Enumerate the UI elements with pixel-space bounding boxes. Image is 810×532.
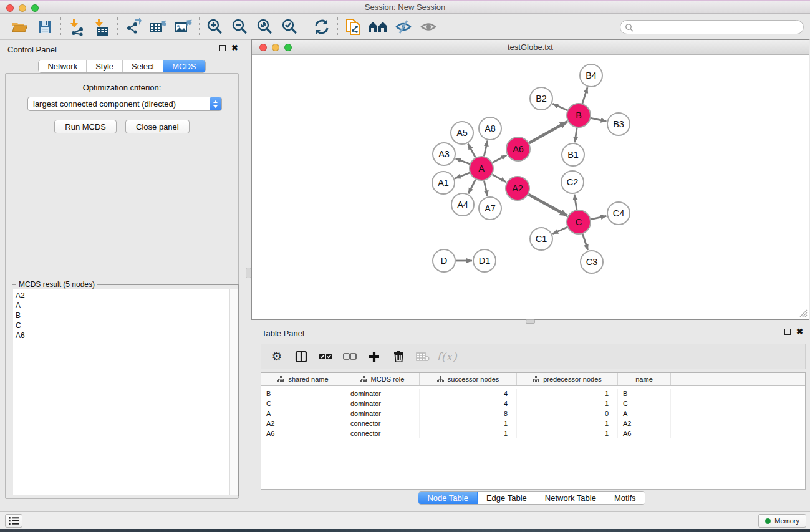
column-header-shared-name[interactable]: shared name xyxy=(261,373,345,385)
table-row[interactable]: Bdominator41B xyxy=(261,389,805,399)
scrollbar[interactable] xyxy=(229,289,238,495)
table-row[interactable]: Adominator80A xyxy=(261,409,805,418)
graph-node-A[interactable]: A xyxy=(470,157,493,180)
memory-button[interactable]: Memory xyxy=(758,514,806,528)
delete-table-button[interactable] xyxy=(413,347,432,366)
graph-edge-C-C3[interactable] xyxy=(582,234,588,250)
graph-edge-A-A7[interactable] xyxy=(484,181,487,196)
network-minimize-button[interactable] xyxy=(272,44,279,51)
column-header-predecessor-nodes[interactable]: predecessor nodes xyxy=(517,373,618,385)
tab-network-table[interactable]: Network Table xyxy=(536,492,605,504)
graph-node-A5[interactable]: A5 xyxy=(451,122,473,144)
graph-node-B[interactable]: B xyxy=(567,104,591,127)
graph-edge-A-A2[interactable] xyxy=(493,175,506,182)
zoom-selected-button[interactable] xyxy=(279,17,301,37)
tab-node-table[interactable]: Node Table xyxy=(418,492,478,504)
column-header-name[interactable]: name xyxy=(618,373,671,385)
graph-node-C3[interactable]: C3 xyxy=(581,251,603,273)
graph-node-C4[interactable]: C4 xyxy=(607,202,630,225)
close-panel-icon[interactable]: ✖ xyxy=(796,329,803,335)
graph-node-A2[interactable]: A2 xyxy=(506,177,529,200)
table-cell[interactable]: A2 xyxy=(261,418,345,428)
close-panel-button[interactable]: Close panel xyxy=(125,120,190,133)
mcds-result-item[interactable]: A6 xyxy=(16,331,227,341)
table-row[interactable]: A6connector11A6 xyxy=(261,428,805,438)
add-column-button[interactable] xyxy=(365,347,383,366)
table-cell[interactable]: 8 xyxy=(420,409,517,418)
graph-edge-C-C1[interactable] xyxy=(552,227,567,234)
graph-edge-B-B4[interactable] xyxy=(582,87,587,104)
export-network-button[interactable] xyxy=(123,17,144,37)
graph-node-C[interactable]: C xyxy=(567,210,591,234)
tab-select[interactable]: Select xyxy=(123,60,163,72)
vertical-split-grip[interactable] xyxy=(246,268,251,278)
table-cell[interactable]: A xyxy=(261,409,345,418)
graph-edge-B-B3[interactable] xyxy=(591,118,607,121)
graph-edge-A-A4[interactable] xyxy=(468,180,476,193)
select-all-button[interactable] xyxy=(316,347,335,366)
network-canvas[interactable]: B4B2BB3A8A5A6A3B1AC2A1A2A4A7C4CC1DD1C3 xyxy=(252,55,809,319)
graph-node-B3[interactable]: B3 xyxy=(607,113,630,135)
float-panel-icon[interactable] xyxy=(784,329,791,335)
graph-edge-B-B2[interactable] xyxy=(552,104,567,110)
export-table-button[interactable] xyxy=(148,17,169,37)
table-cell[interactable]: connector xyxy=(345,418,420,428)
open-session-button[interactable] xyxy=(9,17,31,37)
graph-edge-C-C2[interactable] xyxy=(574,195,577,210)
graph-edge-C-C4[interactable] xyxy=(591,216,607,219)
resize-grip-icon[interactable] xyxy=(799,309,808,317)
table-cell[interactable]: 1 xyxy=(517,389,618,399)
tab-style[interactable]: Style xyxy=(87,60,123,72)
graph-node-A7[interactable]: A7 xyxy=(479,197,501,220)
show-graphics-details-button[interactable] xyxy=(418,17,439,37)
table-cell[interactable]: A6 xyxy=(261,428,345,438)
mcds-result-item[interactable]: A2 xyxy=(16,291,227,301)
search-input[interactable] xyxy=(636,21,803,34)
table-cell[interactable]: 1 xyxy=(517,418,618,428)
refresh-button[interactable] xyxy=(311,17,332,37)
import-table-button[interactable] xyxy=(91,17,112,37)
table-cell[interactable]: A6 xyxy=(618,428,671,438)
table-cell[interactable]: C xyxy=(261,399,345,409)
table-cell[interactable]: C xyxy=(618,399,671,409)
graph-node-A1[interactable]: A1 xyxy=(432,172,455,194)
criterion-dropdown[interactable]: largest connected component (directed) xyxy=(27,97,222,111)
zoom-button[interactable] xyxy=(31,4,39,12)
table-cell[interactable]: 1 xyxy=(420,418,517,428)
graph-edge-A-A5[interactable] xyxy=(468,144,476,158)
table-cell[interactable]: 4 xyxy=(420,399,517,409)
graph-node-C2[interactable]: C2 xyxy=(561,171,584,193)
network-close-button[interactable] xyxy=(259,44,267,51)
export-image-button[interactable] xyxy=(173,17,194,37)
graph-edge-A-A1[interactable] xyxy=(455,173,470,178)
network-window-titlebar[interactable]: testGlobe.txt xyxy=(252,40,809,55)
deselect-all-button[interactable] xyxy=(340,347,359,366)
graph-node-D[interactable]: D xyxy=(433,249,455,272)
delete-column-button[interactable] xyxy=(389,347,408,366)
mcds-result-item[interactable]: A xyxy=(16,301,227,311)
graph-edge-A-A6[interactable] xyxy=(493,155,507,163)
mcds-result-list[interactable]: A2ABCA6 xyxy=(13,289,238,495)
task-history-button[interactable] xyxy=(5,514,22,528)
table-cell[interactable]: connector xyxy=(345,428,420,438)
save-session-button[interactable] xyxy=(34,17,55,37)
graph-node-D1[interactable]: D1 xyxy=(473,249,496,272)
graph-edge-A6-B[interactable] xyxy=(529,122,567,143)
horizontal-split-grip[interactable] xyxy=(526,319,535,324)
graph-node-C1[interactable]: C1 xyxy=(530,228,552,250)
tab-network[interactable]: Network xyxy=(39,60,87,72)
run-mcds-button[interactable]: Run MCDS xyxy=(54,120,117,133)
search-box[interactable] xyxy=(620,20,804,34)
graph-node-A8[interactable]: A8 xyxy=(479,117,501,140)
table-cell[interactable]: 1 xyxy=(517,399,618,409)
graph-node-B4[interactable]: B4 xyxy=(580,64,602,87)
table-cell[interactable]: dominator xyxy=(345,409,420,418)
table-cell[interactable]: A xyxy=(618,409,671,418)
tab-mcds[interactable]: MCDS xyxy=(163,60,205,72)
zoom-in-button[interactable] xyxy=(205,17,226,37)
function-builder-button[interactable]: f(x) xyxy=(438,347,456,366)
graph-edge-A-A3[interactable] xyxy=(456,158,470,164)
copy-current-style-button[interactable] xyxy=(343,17,364,37)
graph-node-A6[interactable]: A6 xyxy=(506,137,530,161)
hide-panels-button[interactable] xyxy=(393,17,414,37)
